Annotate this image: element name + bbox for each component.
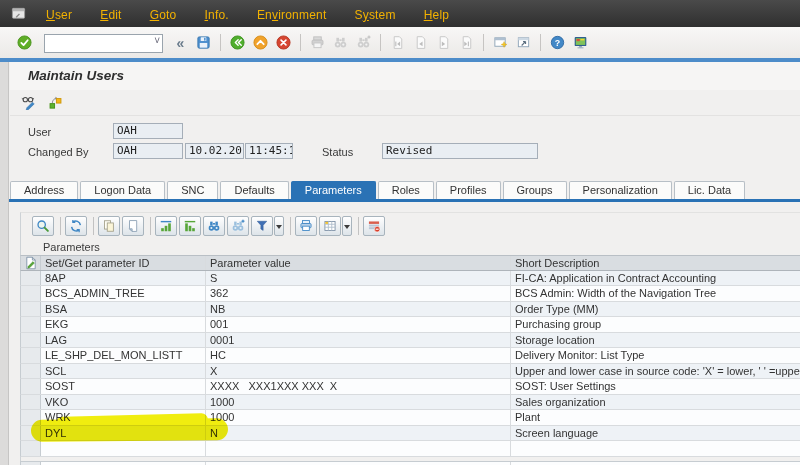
- change-layout-button[interactable]: [319, 216, 341, 236]
- cell-short-description[interactable]: Upper and lower case in source code: 'X'…: [511, 364, 800, 379]
- cell-short-description[interactable]: FI-CA: Application in Contract Accountin…: [511, 271, 800, 286]
- sort-ascending-button[interactable]: [155, 216, 177, 236]
- create-shortcut-button[interactable]: [513, 32, 534, 53]
- tab-parameters[interactable]: Parameters: [291, 181, 376, 199]
- table-row[interactable]: WRK1000Plant: [20, 410, 800, 426]
- copy-button[interactable]: [98, 216, 120, 236]
- enter-button[interactable]: [14, 32, 35, 53]
- column-header-2[interactable]: Short Description: [511, 256, 800, 270]
- cell-parameter-id[interactable]: SCL: [41, 364, 206, 379]
- menu-item-help[interactable]: Help: [410, 8, 464, 22]
- cell-parameter-id[interactable]: LE_SHP_DEL_MON_LISTT: [41, 348, 206, 363]
- cell-parameter-value[interactable]: 1000: [206, 395, 511, 410]
- row-selector[interactable]: [21, 286, 41, 301]
- grid-print-button[interactable]: [295, 216, 317, 236]
- tab-logon-data[interactable]: Logon Data: [80, 181, 165, 199]
- cell-short-description[interactable]: Plant: [511, 410, 800, 425]
- table-row[interactable]: BCS_ADMIN_TREE362BCS Admin: Width of the…: [20, 286, 800, 302]
- cell-short-description[interactable]: Screen language: [511, 426, 800, 441]
- cell-parameter-value[interactable]: N: [206, 426, 511, 441]
- table-row[interactable]: LE_SHP_DEL_MON_LISTTHCDelivery Monitor: …: [20, 348, 800, 364]
- cell-parameter-id[interactable]: EKG: [41, 317, 206, 332]
- display-change-button[interactable]: [18, 93, 38, 112]
- change-layout-button-dropdown[interactable]: [342, 216, 352, 236]
- cell-parameter-id[interactable]: DYL: [41, 426, 206, 441]
- table-row[interactable]: BSANBOrder Type (MM): [20, 302, 800, 318]
- changed-date-field[interactable]: 10.02.2015: [185, 143, 244, 159]
- row-selector[interactable]: [21, 379, 41, 394]
- row-selector[interactable]: [21, 271, 41, 286]
- changed-time-field[interactable]: 11:45:19: [245, 143, 293, 159]
- menu-item-user[interactable]: User: [32, 8, 86, 22]
- cell-parameter-id[interactable]: WRK: [41, 410, 206, 425]
- command-input[interactable]: [44, 34, 163, 53]
- cell-parameter-id[interactable]: VKO: [41, 395, 206, 410]
- row-selector[interactable]: [21, 364, 41, 379]
- cell-short-description[interactable]: [511, 441, 800, 456]
- cell-short-description[interactable]: SOST: User Settings: [511, 379, 800, 394]
- row-selector[interactable]: [21, 333, 41, 348]
- table-row[interactable]: 8APSFI-CA: Application in Contract Accou…: [20, 271, 800, 287]
- cell-parameter-value[interactable]: X: [206, 364, 511, 379]
- copy-text-button[interactable]: [122, 216, 144, 236]
- table-row[interactable]: SCLXUpper and lower case in source code:…: [20, 364, 800, 380]
- cell-short-description[interactable]: Purchasing group: [511, 317, 800, 332]
- cell-parameter-id[interactable]: LAG: [41, 333, 206, 348]
- cell-parameter-value[interactable]: S: [206, 271, 511, 286]
- row-selector[interactable]: [21, 395, 41, 410]
- tab-lic--data[interactable]: Lic. Data: [674, 181, 745, 199]
- grid-find-button[interactable]: [203, 216, 225, 236]
- cell-parameter-id[interactable]: 8AP: [41, 271, 206, 286]
- tab-snc[interactable]: SNC: [167, 181, 218, 199]
- menu-item-goto[interactable]: Goto: [136, 8, 191, 22]
- cell-short-description[interactable]: Sales organization: [511, 395, 800, 410]
- sort-descending-button[interactable]: [179, 216, 201, 236]
- refresh-button[interactable]: [65, 216, 87, 236]
- header-icon-cell[interactable]: [21, 256, 41, 270]
- help-button[interactable]: ?: [547, 32, 568, 53]
- cell-parameter-value[interactable]: XXXX XXX1XXX XXX X: [206, 379, 511, 394]
- table-row[interactable]: VKO1000Sales organization: [20, 395, 800, 411]
- cell-parameter-value[interactable]: 0001: [206, 333, 511, 348]
- menu-item-environment[interactable]: Environment: [243, 8, 341, 22]
- tab-groups[interactable]: Groups: [503, 181, 567, 199]
- collapse-button[interactable]: «: [170, 32, 191, 53]
- cell-parameter-value[interactable]: 362: [206, 286, 511, 301]
- tab-defaults[interactable]: Defaults: [220, 181, 288, 199]
- cell-short-description[interactable]: [511, 462, 800, 465]
- table-row[interactable]: SOSTXXXX XXX1XXX XXX XSOST: User Setting…: [20, 379, 800, 395]
- save-button[interactable]: [193, 32, 214, 53]
- cancel-button[interactable]: [273, 32, 294, 53]
- filter-button-dropdown[interactable]: [274, 216, 284, 236]
- cell-parameter-id[interactable]: [41, 462, 206, 465]
- table-row[interactable]: LAG0001Storage location: [20, 333, 800, 349]
- cell-parameter-value[interactable]: [206, 441, 511, 456]
- row-selector[interactable]: [21, 317, 41, 332]
- status-field[interactable]: Revised: [382, 143, 538, 159]
- row-selector[interactable]: [21, 348, 41, 363]
- exit-button[interactable]: [250, 32, 271, 53]
- row-selector[interactable]: [21, 426, 41, 441]
- cell-parameter-value[interactable]: HC: [206, 348, 511, 363]
- filter-button[interactable]: [251, 216, 273, 236]
- tab-roles[interactable]: Roles: [378, 181, 434, 199]
- user-field[interactable]: OAH: [113, 123, 183, 139]
- menu-item-edit[interactable]: Edit: [86, 8, 136, 22]
- cell-parameter-id[interactable]: [41, 441, 206, 456]
- customize-layout-button[interactable]: [570, 32, 591, 53]
- command-dropdown-icon[interactable]: ˅: [154, 35, 160, 46]
- cell-parameter-id[interactable]: BSA: [41, 302, 206, 317]
- cell-short-description[interactable]: Order Type (MM): [511, 302, 800, 317]
- changed-by-field[interactable]: OAH: [113, 143, 183, 159]
- cell-parameter-value[interactable]: NB: [206, 302, 511, 317]
- row-selector[interactable]: [21, 410, 41, 425]
- cell-short-description[interactable]: BCS Admin: Width of the Navigation Tree: [511, 286, 800, 301]
- cell-parameter-value[interactable]: 1000: [206, 410, 511, 425]
- back-button[interactable]: [227, 32, 248, 53]
- system-menu-icon[interactable]: [11, 6, 26, 21]
- new-session-button[interactable]: [490, 32, 511, 53]
- row-selector[interactable]: [21, 302, 41, 317]
- tab-personalization[interactable]: Personalization: [569, 181, 672, 199]
- column-header-1[interactable]: Parameter value: [206, 256, 511, 270]
- cell-short-description[interactable]: Delivery Monitor: List Type: [511, 348, 800, 363]
